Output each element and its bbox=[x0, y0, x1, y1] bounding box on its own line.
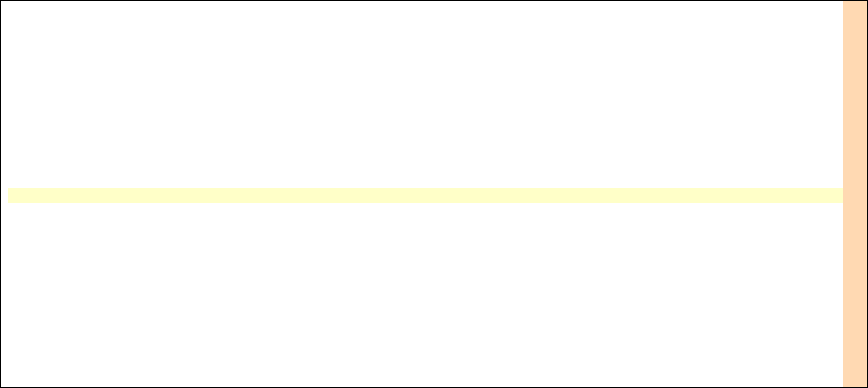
stokes-plus-v-spectrogram bbox=[12, 205, 843, 376]
stokes-minus-v-spectrogram bbox=[12, 16, 843, 186]
time-axis bbox=[8, 188, 843, 203]
frequency-scale bbox=[843, 1, 867, 387]
dps-window bbox=[0, 0, 868, 388]
